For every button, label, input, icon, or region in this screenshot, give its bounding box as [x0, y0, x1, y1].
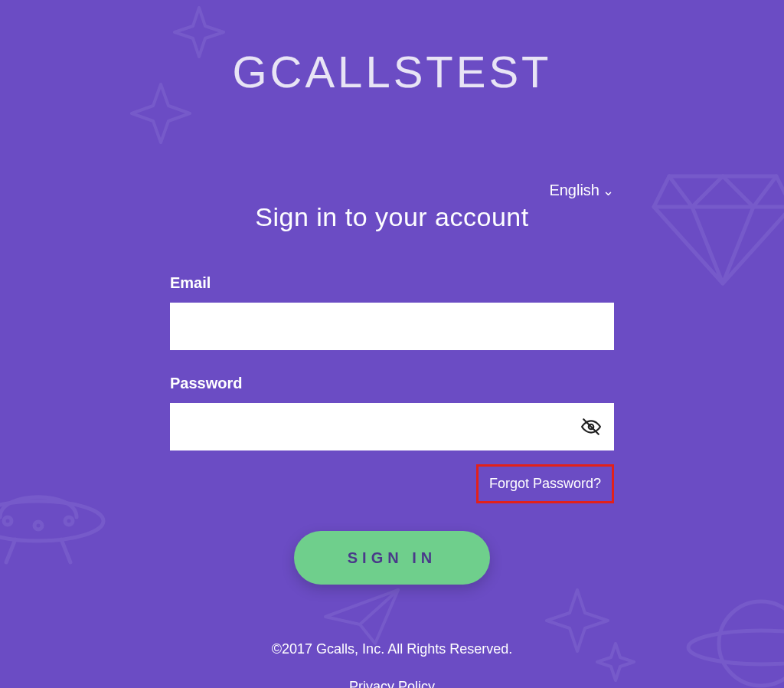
page-subtitle: Sign in to your account [170, 202, 614, 232]
email-label: Email [170, 274, 614, 292]
chevron-down-icon: ⌄ [603, 184, 614, 198]
signin-button[interactable]: SIGN IN [294, 531, 490, 585]
email-field-block: Email [170, 274, 614, 350]
password-field-block: Password [170, 375, 614, 450]
brand-title: GCALLSTEST [232, 46, 551, 97]
forgot-password-link[interactable]: Forgot Password? [476, 464, 614, 503]
eye-off-icon[interactable] [580, 416, 602, 437]
privacy-policy-link[interactable]: Privacy Policy [349, 679, 435, 688]
password-input[interactable] [170, 403, 614, 450]
language-selector[interactable]: English ⌄ [170, 182, 614, 199]
language-label: English [549, 182, 599, 199]
footer: ©2017 Gcalls, Inc. All Rights Reserved. … [170, 641, 614, 688]
copyright-text: ©2017 Gcalls, Inc. All Rights Reserved. [170, 641, 614, 657]
email-input[interactable] [170, 303, 614, 350]
signin-card: English ⌄ Sign in to your account Email … [170, 182, 614, 688]
password-label: Password [170, 375, 614, 392]
